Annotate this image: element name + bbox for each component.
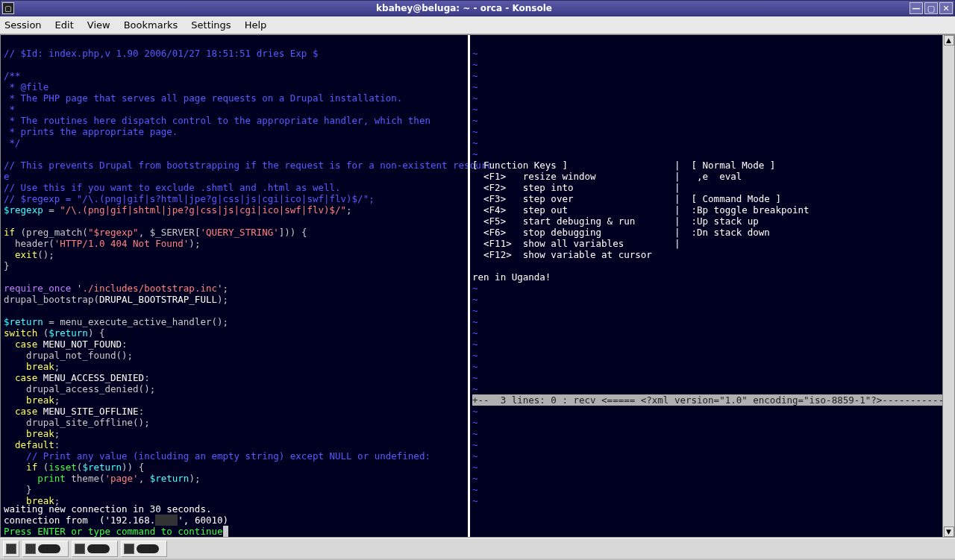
code-var: $return bbox=[150, 473, 190, 484]
fold-line[interactable]: +-- 3 lines: 0 : recv <===== <?xml versi… bbox=[472, 394, 942, 406]
vim-tilde: ~ bbox=[472, 383, 478, 394]
help-line: <F6> stop debugging | :Dn stack down bbox=[472, 227, 770, 238]
code-string: "/\.(png|gif|shtml|jpe?g|css|js|cgi|ico|… bbox=[60, 204, 346, 215]
status-area: waiting new connection in 30 seconds. co… bbox=[4, 492, 942, 537]
code-text: : bbox=[54, 439, 60, 450]
code-line: // $Id: index.php,v 1.90 2006/01/27 18:5… bbox=[4, 48, 318, 59]
code-const: MENU_ACCESS_DENIED bbox=[37, 372, 144, 383]
code-text: ( bbox=[37, 462, 48, 473]
code-keyword: if bbox=[4, 462, 37, 473]
minimize-button[interactable]: — bbox=[909, 2, 923, 14]
code-var: $regexp bbox=[4, 204, 43, 215]
menu-bookmarks[interactable]: Bookmarks bbox=[124, 19, 178, 31]
code-line: drupal_not_found(); bbox=[4, 350, 133, 361]
pane-divider[interactable] bbox=[468, 35, 470, 537]
scroll-down-icon[interactable]: ▼ bbox=[944, 526, 954, 537]
code-line: // This prevents Drupal from bootstrappi… bbox=[4, 160, 492, 171]
maximize-button[interactable]: ▢ bbox=[924, 2, 938, 14]
task-label bbox=[87, 544, 110, 553]
vim-tilde: ~ bbox=[472, 462, 478, 473]
code-text: ( bbox=[37, 327, 48, 339]
code-line: * prints the appropriate page. bbox=[4, 126, 178, 137]
status-line: connection from ('192.168. bbox=[4, 515, 155, 526]
terminal[interactable]: // $Id: index.php,v 1.90 2006/01/27 18:5… bbox=[1, 35, 942, 537]
code-text: ; bbox=[346, 204, 352, 215]
taskbar-button[interactable] bbox=[121, 541, 167, 557]
scrollbar[interactable]: ▲ ▼ bbox=[942, 35, 954, 537]
taskbar-button[interactable] bbox=[22, 541, 69, 557]
code-keyword: break bbox=[4, 394, 54, 406]
code-var: $return bbox=[82, 462, 122, 473]
taskbar-button-desktop[interactable] bbox=[3, 541, 19, 557]
help-line: <F4> step out | :Bp toggle breakpoint bbox=[472, 204, 810, 215]
code-line: drupal_access_denied(); bbox=[4, 383, 155, 394]
left-pane: // $Id: index.php,v 1.90 2006/01/27 18:5… bbox=[4, 37, 492, 506]
code-string: ./includes/bootstrap.inc bbox=[82, 283, 217, 294]
vim-tilde: ~ bbox=[472, 316, 478, 327]
code-keyword: switch bbox=[4, 327, 37, 339]
taskbar bbox=[0, 538, 955, 559]
code-text: ); bbox=[217, 294, 228, 305]
code-text: = bbox=[43, 204, 60, 215]
status-line: waiting new connection in 30 seconds. bbox=[4, 503, 211, 515]
code-keyword: case bbox=[4, 339, 37, 350]
code-text: theme( bbox=[66, 473, 105, 484]
terminal-container: // $Id: index.php,v 1.90 2006/01/27 18:5… bbox=[0, 34, 955, 538]
help-line: ren in Uganda! bbox=[472, 271, 551, 283]
vim-prompt: Press ENTER or type command to continue bbox=[4, 526, 223, 537]
code-text: , bbox=[139, 473, 150, 484]
code-keyword: default bbox=[4, 439, 54, 450]
code-text: drupal_bootstrap( bbox=[4, 294, 99, 305]
code-text: , $_SERVER[ bbox=[139, 227, 201, 238]
menu-edit[interactable]: Edit bbox=[55, 19, 74, 31]
help-line: <F2> step into | bbox=[472, 182, 680, 193]
vim-tilde: ~ bbox=[472, 81, 478, 92]
code-keyword: require_once bbox=[4, 283, 71, 294]
vim-tilde: ~ bbox=[472, 473, 478, 484]
scroll-up-icon[interactable]: ▲ bbox=[944, 35, 954, 45]
close-button[interactable]: ✕ bbox=[939, 2, 953, 14]
vim-tilde: ~ bbox=[472, 283, 478, 294]
vim-tilde: ~ bbox=[472, 361, 478, 372]
code-keyword: case bbox=[4, 372, 37, 383]
code-line: /** bbox=[4, 70, 21, 81]
code-text: ' bbox=[71, 283, 82, 294]
code-line: * @file bbox=[4, 81, 48, 92]
task-label bbox=[137, 544, 159, 553]
code-string: 'HTTP/1.0 404 Not Found' bbox=[54, 238, 190, 249]
window-title: kbahey@beluga: ~ - orca - Konsole bbox=[19, 3, 909, 13]
cursor bbox=[223, 526, 229, 537]
code-const: MENU_SITE_OFFLINE bbox=[37, 406, 138, 417]
vim-tilde: ~ bbox=[472, 137, 478, 148]
app-icon bbox=[75, 544, 85, 554]
menu-view[interactable]: View bbox=[87, 19, 110, 31]
code-string: "$regexp" bbox=[88, 227, 139, 238]
menu-session[interactable]: Session bbox=[4, 19, 42, 31]
code-text: )) { bbox=[122, 462, 144, 473]
vim-tilde: ~ bbox=[472, 339, 478, 350]
window-controls: — ▢ ✕ bbox=[909, 2, 953, 14]
code-text: : bbox=[139, 406, 145, 417]
help-line: <F3> step over | [ Command Mode ] bbox=[472, 193, 781, 204]
help-line: <F5> start debuging & run | :Up stack up bbox=[472, 215, 759, 227]
taskbar-button[interactable] bbox=[72, 541, 118, 557]
blank-line bbox=[472, 260, 478, 271]
desktop-icon bbox=[6, 544, 16, 554]
code-func: isset bbox=[48, 462, 77, 473]
code-text: ; bbox=[54, 428, 60, 439]
code-text: ) { bbox=[88, 327, 105, 339]
right-pane: ~ ~ ~ ~ ~ ~ ~ ~ ~ ~ [ Function Keys ] | … bbox=[472, 37, 942, 506]
menu-help[interactable]: Help bbox=[245, 19, 267, 31]
vim-tilde: ~ bbox=[472, 48, 478, 59]
code-text: ; bbox=[54, 361, 60, 372]
vim-tilde: ~ bbox=[472, 305, 478, 316]
vim-tilde: ~ bbox=[472, 92, 478, 104]
vim-tilde: ~ bbox=[472, 115, 478, 126]
vim-tilde: ~ bbox=[472, 59, 478, 70]
help-line: <F11> show all variables | bbox=[472, 238, 680, 249]
code-keyword: case bbox=[4, 406, 37, 417]
code-line: * bbox=[4, 104, 15, 115]
code-text: '; bbox=[217, 283, 228, 294]
code-text: ])) { bbox=[279, 227, 307, 238]
menu-settings[interactable]: Settings bbox=[191, 19, 231, 31]
